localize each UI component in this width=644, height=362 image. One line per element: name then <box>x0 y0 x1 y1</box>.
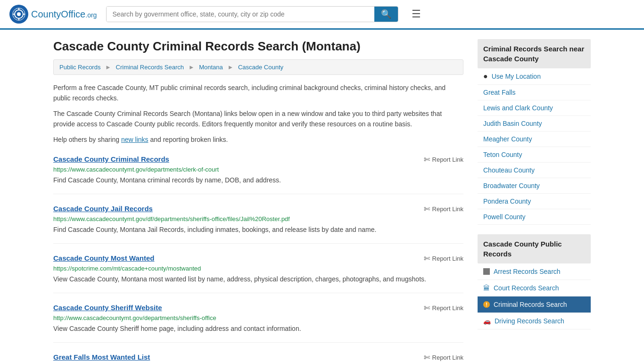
record-title-3[interactable]: Cascade County Sheriff Website <box>53 304 162 312</box>
criminal-records-icon: ! <box>483 301 490 308</box>
record-url-3[interactable]: http://www.cascadecountymt.gov/departmen… <box>53 314 463 321</box>
scissors-icon-1: ✄ <box>424 205 430 214</box>
sidebar-public-records-heading: Cascade County Public Records <box>478 234 591 263</box>
record-item-1: Cascade County Jail Records ✄ Report Lin… <box>53 205 463 244</box>
record-url-1[interactable]: https://www.cascadecountymt.gov/df/depar… <box>53 215 463 222</box>
sidebar-item-lewis-clark[interactable]: Lewis and Clark County <box>478 100 591 116</box>
record-url-0[interactable]: https://www.cascadecountymt.gov/departme… <box>53 166 463 173</box>
scissors-icon-0: ✄ <box>424 155 430 164</box>
arrest-records-icon <box>483 268 490 275</box>
menu-button[interactable]: ☰ <box>408 6 425 22</box>
record-desc-0: Find Cascade County, Montana criminal re… <box>53 175 463 185</box>
record-url-2[interactable]: https://spotcrime.com/mt/cascade+county/… <box>53 265 463 272</box>
description-para1: Perform a free Cascade County, MT public… <box>53 82 463 104</box>
sidebar-item-pondera[interactable]: Pondera County <box>478 194 591 209</box>
record-item-2: Cascade County Most Wanted ✄ Report Link… <box>53 254 463 293</box>
record-desc-3: View Cascade County Sheriff home page, i… <box>53 324 463 334</box>
sidebar: Criminal Records Search near Cascade Cou… <box>478 39 591 362</box>
sidebar-item-teton[interactable]: Teton County <box>478 147 591 163</box>
report-link-4[interactable]: ✄ Report Link <box>424 353 463 362</box>
logo-icon <box>9 5 28 24</box>
main-container: Cascade County Criminal Records Search (… <box>39 30 605 362</box>
breadcrumb-public-records[interactable]: Public Records <box>59 64 100 71</box>
search-input[interactable] <box>107 7 374 22</box>
sidebar-driving-records[interactable]: 🚗 Driving Records Search <box>478 313 591 329</box>
search-button[interactable]: 🔍 <box>374 7 398 22</box>
scissors-icon-2: ✄ <box>424 254 430 263</box>
breadcrumb-criminal-records-search[interactable]: Criminal Records Search <box>116 64 184 71</box>
sidebar-item-broadwater[interactable]: Broadwater County <box>478 178 591 194</box>
sidebar-court-records[interactable]: 🏛 Court Records Search <box>478 280 591 296</box>
record-desc-2: View Cascade County, Montana most wanted… <box>53 274 463 284</box>
svg-point-2 <box>17 12 21 16</box>
sidebar-item-great-falls[interactable]: Great Falls <box>478 85 591 100</box>
report-link-3[interactable]: ✄ Report Link <box>424 304 463 313</box>
record-title-2[interactable]: Cascade County Most Wanted <box>53 254 154 262</box>
report-link-2[interactable]: ✄ Report Link <box>424 254 463 263</box>
sidebar-item-chouteau[interactable]: Chouteau County <box>478 163 591 178</box>
breadcrumb-montana[interactable]: Montana <box>199 64 223 71</box>
sidebar-criminal-records[interactable]: ! Criminal Records Search <box>478 296 591 313</box>
sidebar-public-records-section: Cascade County Public Records Arrest Rec… <box>478 234 591 329</box>
sidebar-nearby-list: ● Use My Location Great Falls Lewis and … <box>478 68 591 225</box>
record-title-1[interactable]: Cascade County Jail Records <box>53 205 153 213</box>
report-link-0[interactable]: ✄ Report Link <box>424 155 463 164</box>
content-area: Cascade County Criminal Records Search (… <box>53 39 463 362</box>
sidebar-nearby-section: Criminal Records Search near Cascade Cou… <box>478 39 591 225</box>
report-link-1[interactable]: ✄ Report Link <box>424 205 463 214</box>
new-links[interactable]: new links <box>121 136 149 143</box>
record-item-4: Great Falls Most Wanted List ✄ Report Li… <box>53 353 463 362</box>
court-records-icon: 🏛 <box>483 284 490 292</box>
logo-text: CountyOffice.org <box>31 9 97 20</box>
location-pin-icon: ● <box>483 72 488 81</box>
sidebar-item-meagher[interactable]: Meagher County <box>478 132 591 147</box>
scissors-icon-4: ✄ <box>424 353 430 362</box>
site-header: CountyOffice.org 🔍 ☰ <box>0 0 644 30</box>
scissors-icon-3: ✄ <box>424 304 430 313</box>
sidebar-public-records-list: Arrest Records Search 🏛 Court Records Se… <box>478 263 591 329</box>
description-para2: The Cascade County Criminal Records Sear… <box>53 108 463 130</box>
breadcrumb: Public Records ► Criminal Records Search… <box>53 59 463 75</box>
sidebar-arrest-records[interactable]: Arrest Records Search <box>478 263 591 280</box>
breadcrumb-cascade-county[interactable]: Cascade County <box>238 64 283 71</box>
description-para3: Help others by sharing new links and rep… <box>53 134 463 145</box>
record-desc-1: Find Cascade County, Montana Jail Record… <box>53 225 463 235</box>
record-item-3: Cascade County Sheriff Website ✄ Report … <box>53 304 463 343</box>
driving-records-icon: 🚗 <box>483 318 491 325</box>
sidebar-use-my-location[interactable]: ● Use My Location <box>478 68 591 85</box>
page-title: Cascade County Criminal Records Search (… <box>53 39 463 54</box>
sidebar-item-powell[interactable]: Powell County <box>478 209 591 225</box>
logo[interactable]: CountyOffice.org <box>9 5 97 24</box>
record-title-0[interactable]: Cascade County Criminal Records <box>53 155 169 163</box>
sidebar-nearby-heading: Criminal Records Search near Cascade Cou… <box>478 39 591 68</box>
record-item-0: Cascade County Criminal Records ✄ Report… <box>53 155 463 194</box>
sidebar-item-judith-basin[interactable]: Judith Basin County <box>478 116 591 132</box>
search-bar: 🔍 <box>106 6 398 22</box>
record-title-4[interactable]: Great Falls Most Wanted List <box>53 353 150 361</box>
